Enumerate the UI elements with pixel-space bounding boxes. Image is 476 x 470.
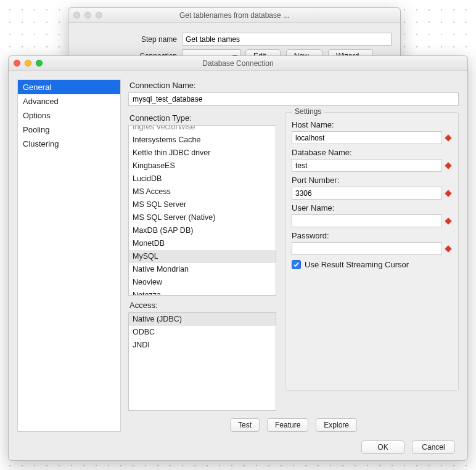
database-name-label: Database Name: xyxy=(292,148,452,157)
connection-type-item[interactable]: MS Access xyxy=(129,185,276,198)
titlebar[interactable]: Get tablenames from database ... xyxy=(68,8,400,23)
connection-type-item[interactable]: Native Mondrian xyxy=(129,263,276,276)
cancel-button[interactable]: Cancel xyxy=(412,440,455,454)
connection-name-label: Connection Name: xyxy=(129,81,459,90)
sidebar-item-clustering[interactable]: Clustering xyxy=(18,137,120,151)
password-label: Password: xyxy=(292,231,452,240)
step-name-input[interactable] xyxy=(182,33,392,46)
settings-legend: Settings xyxy=(292,107,324,116)
traffic-lights xyxy=(14,60,43,67)
connection-type-item[interactable]: Netezza xyxy=(129,289,276,296)
sidebar-item-options[interactable]: Options xyxy=(18,108,120,123)
svg-rect-4 xyxy=(445,245,451,252)
settings-fieldset: Settings Host Name: xyxy=(285,112,459,391)
user-name-label: User Name: xyxy=(292,203,452,213)
svg-rect-3 xyxy=(445,217,451,224)
step-name-label: Step name xyxy=(77,35,182,44)
port-number-input[interactable] xyxy=(292,187,442,200)
sidebar-item-general[interactable]: General xyxy=(18,80,120,94)
connection-type-item[interactable]: Intersystems Cache xyxy=(129,134,276,147)
sidebar-item-pooling[interactable]: Pooling xyxy=(18,123,120,137)
ok-button[interactable]: OK xyxy=(361,440,404,454)
connection-type-item[interactable]: Neoview xyxy=(129,276,276,289)
svg-rect-2 xyxy=(445,190,451,197)
minimize-icon[interactable] xyxy=(84,12,91,18)
connection-type-item[interactable]: MS SQL Server xyxy=(129,198,276,211)
streaming-cursor-checkbox[interactable]: Use Result Streaming Cursor xyxy=(292,260,452,269)
svg-rect-0 xyxy=(445,134,451,141)
connection-type-item[interactable]: MS SQL Server (Native) xyxy=(129,211,276,224)
window-title: Database Connection xyxy=(9,59,467,68)
svg-rect-1 xyxy=(445,162,451,169)
variable-icon[interactable] xyxy=(445,134,452,142)
titlebar[interactable]: Database Connection xyxy=(9,56,467,71)
access-list[interactable]: Native (JDBC)ODBCJNDI xyxy=(128,312,276,411)
host-name-label: Host Name: xyxy=(292,120,452,129)
connection-type-item[interactable]: Ingres VectorWise xyxy=(129,125,276,134)
connection-type-item[interactable]: MaxDB (SAP DB) xyxy=(129,224,276,237)
connection-type-list[interactable]: Ingres VectorWiseIntersystems CacheKettl… xyxy=(128,125,276,296)
test-button[interactable]: Test xyxy=(230,418,260,432)
access-item[interactable]: JNDI xyxy=(129,339,276,352)
checkbox-icon xyxy=(292,260,301,269)
zoom-icon[interactable] xyxy=(96,12,102,18)
minimize-icon[interactable] xyxy=(25,60,31,67)
zoom-icon[interactable] xyxy=(36,60,43,67)
connection-type-label: Connection Type: xyxy=(129,113,276,123)
explore-button[interactable]: Explore xyxy=(316,418,357,432)
database-connection-window: Database Connection GeneralAdvancedOptio… xyxy=(8,55,468,461)
variable-icon[interactable] xyxy=(445,245,452,253)
access-item[interactable]: Native (JDBC) xyxy=(129,313,276,326)
connection-type-item[interactable]: Kettle thin JDBC driver xyxy=(129,147,276,160)
close-icon[interactable] xyxy=(14,60,20,67)
user-name-input[interactable] xyxy=(292,214,442,227)
variable-icon[interactable] xyxy=(445,190,452,197)
sidebar-item-advanced[interactable]: Advanced xyxy=(18,94,120,108)
port-number-label: Port Number: xyxy=(292,176,452,185)
password-input[interactable] xyxy=(292,242,442,255)
connection-type-item[interactable]: MonetDB xyxy=(129,237,276,250)
window-title: Get tablenames from database ... xyxy=(68,11,400,20)
connection-type-item[interactable]: MySQL xyxy=(129,250,276,263)
access-item[interactable]: ODBC xyxy=(129,326,276,339)
connection-name-input[interactable] xyxy=(128,92,459,106)
close-icon[interactable] xyxy=(73,12,80,18)
variable-icon[interactable] xyxy=(445,162,452,169)
access-label: Access: xyxy=(129,301,276,310)
category-sidebar[interactable]: GeneralAdvancedOptionsPoolingClustering xyxy=(17,79,121,432)
variable-icon[interactable] xyxy=(445,217,452,225)
host-name-input[interactable] xyxy=(292,131,442,144)
traffic-lights xyxy=(73,12,102,18)
feature-button[interactable]: Feature xyxy=(267,418,308,432)
connection-type-item[interactable]: LucidDB xyxy=(129,172,276,185)
database-name-input[interactable] xyxy=(292,159,442,172)
connection-type-item[interactable]: KingbaseES xyxy=(129,160,276,172)
streaming-cursor-label: Use Result Streaming Cursor xyxy=(305,260,409,269)
